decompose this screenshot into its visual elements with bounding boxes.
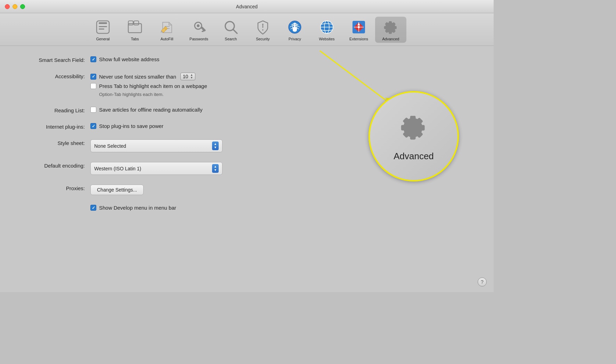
passwords-label: Passwords <box>189 37 208 41</box>
save-articles-label: Save articles for offline reading automa… <box>99 107 202 113</box>
passwords-icon <box>191 19 207 35</box>
never-use-font-sizes-checkbox[interactable] <box>90 74 96 80</box>
toolbar-item-search[interactable]: Search <box>215 17 246 43</box>
tabs-icon <box>127 19 143 35</box>
privacy-icon <box>286 19 303 35</box>
toolbar-item-privacy[interactable]: Privacy <box>279 17 310 43</box>
callout-container: Advanced <box>362 91 459 188</box>
press-tab-label: Press Tab to highlight each item on a we… <box>99 83 207 89</box>
font-size-value: 10 <box>183 74 188 79</box>
title-bar: Advanced <box>0 0 494 13</box>
advanced-label: Advanced <box>382 37 399 41</box>
toolbar-item-tabs[interactable]: Tabs <box>119 17 151 43</box>
toolbar-item-extensions[interactable]: Extensions <box>343 17 374 43</box>
style-sheet-value: None Selected <box>94 143 126 149</box>
callout-circle: Advanced <box>368 91 459 181</box>
svg-rect-5 <box>128 21 133 25</box>
show-develop-checkbox[interactable] <box>90 205 96 211</box>
style-sheet-row: Style sheet: None Selected ▲ ▼ <box>21 139 299 152</box>
stop-plugins-checkbox[interactable] <box>90 123 96 129</box>
security-label: Security <box>256 37 270 41</box>
proxies-row: Proxies: Change Settings... <box>21 185 299 195</box>
save-articles-checkbox[interactable] <box>90 107 96 113</box>
accessibility-row: Accessibility: Never use font sizes smal… <box>21 73 299 97</box>
select-arrows-icon: ▲ ▼ <box>212 141 219 150</box>
search-label: Search <box>225 37 237 41</box>
callout-label: Advanced <box>394 151 434 162</box>
default-encoding-label: Default encoding: <box>21 162 90 169</box>
smart-search-label: Smart Search Field: <box>21 56 90 63</box>
security-icon <box>254 19 271 35</box>
style-sheet-label: Style sheet: <box>21 139 90 146</box>
toolbar-item-autofill[interactable]: AutoFill <box>151 17 183 43</box>
svg-line-17 <box>233 30 237 33</box>
internet-plugins-label: Internet plug-ins: <box>21 123 90 130</box>
default-encoding-row: Default encoding: Western (ISO Latin 1) … <box>21 162 299 175</box>
autofill-label: AutoFill <box>161 37 173 41</box>
websites-icon <box>318 19 335 35</box>
proxies-label: Proxies: <box>21 185 90 191</box>
accessibility-hint: Option-Tab highlights each item. <box>99 92 207 97</box>
maximize-button[interactable] <box>20 4 25 9</box>
smart-search-field-row: Smart Search Field: Show full website ad… <box>21 56 299 63</box>
font-size-dropdown[interactable]: 10 ▲ ▼ <box>180 73 196 80</box>
main-content: Smart Search Field: Show full website ad… <box>0 46 494 292</box>
style-sheet-dropdown[interactable]: None Selected ▲ ▼ <box>90 139 222 152</box>
toolbar-item-general[interactable]: General <box>87 17 119 43</box>
close-button[interactable] <box>5 4 10 9</box>
advanced-icon <box>382 19 399 35</box>
default-encoding-dropdown[interactable]: Western (ISO Latin 1) ▲ ▼ <box>90 162 222 175</box>
extensions-icon <box>350 19 367 35</box>
window-title: Advanced <box>236 4 258 9</box>
show-full-address-label: Show full website address <box>99 56 159 62</box>
toolbar: General Tabs <box>0 13 494 46</box>
help-label: ? <box>481 279 484 285</box>
press-tab-checkbox[interactable] <box>90 83 96 89</box>
show-full-address-checkbox[interactable] <box>90 56 96 62</box>
show-develop-label: Show Develop menu in menu bar <box>99 205 176 211</box>
svg-rect-6 <box>134 21 139 25</box>
extensions-label: Extensions <box>349 37 368 41</box>
font-size-arrows: ▲ ▼ <box>190 74 193 79</box>
reading-list-row: Reading List: Save articles for offline … <box>21 107 299 113</box>
encoding-select-arrows-icon: ▲ ▼ <box>212 164 219 173</box>
autofill-icon <box>159 19 175 35</box>
privacy-label: Privacy <box>289 37 301 41</box>
default-encoding-value: Western (ISO Latin 1) <box>94 166 141 171</box>
never-use-font-sizes-label: Never use font sizes smaller than <box>99 74 176 80</box>
general-icon <box>95 19 111 35</box>
svg-point-20 <box>262 24 264 25</box>
svg-rect-14 <box>203 30 204 31</box>
help-button[interactable]: ? <box>478 277 487 286</box>
search-icon <box>222 19 239 35</box>
internet-plugins-row: Internet plug-ins: Stop plug-ins to save… <box>21 123 299 130</box>
svg-point-15 <box>197 24 200 27</box>
svg-rect-2 <box>99 26 107 27</box>
stop-plugins-label: Stop plug-ins to save power <box>99 123 163 129</box>
svg-rect-3 <box>99 29 104 30</box>
svg-point-32 <box>358 26 360 28</box>
toolbar-item-security[interactable]: Security <box>247 17 278 43</box>
toolbar-item-passwords[interactable]: Passwords <box>183 17 214 43</box>
websites-label: Websites <box>319 37 334 41</box>
change-settings-button[interactable]: Change Settings... <box>90 185 144 195</box>
callout-gear-icon <box>398 111 429 147</box>
svg-rect-1 <box>99 22 107 24</box>
toolbar-item-advanced[interactable]: Advanced <box>375 17 406 43</box>
reading-list-label: Reading List: <box>21 107 90 113</box>
minimize-button[interactable] <box>13 4 17 9</box>
show-develop-row: Show Develop menu in menu bar <box>21 205 299 211</box>
show-develop-empty-label <box>21 205 90 205</box>
toolbar-item-websites[interactable]: Websites <box>311 17 342 43</box>
accessibility-label: Accessibility: <box>21 73 90 79</box>
tabs-label: Tabs <box>131 37 139 41</box>
general-label: General <box>96 37 110 41</box>
